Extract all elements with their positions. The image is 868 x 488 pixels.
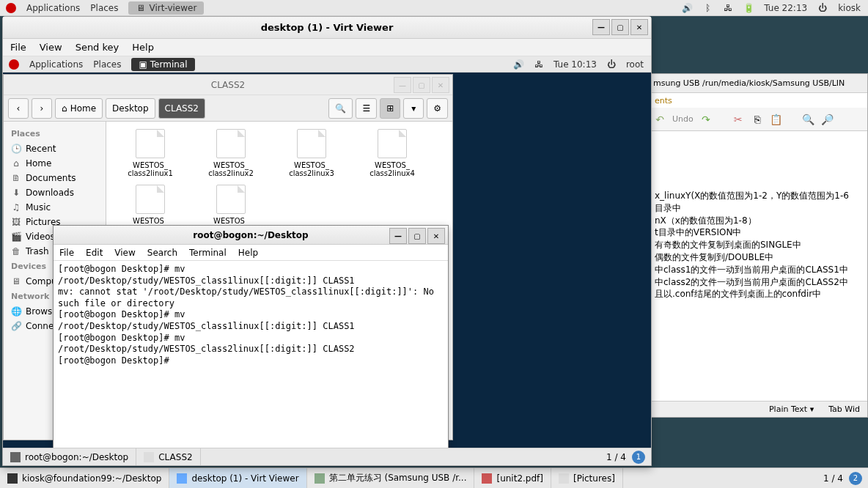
copy-icon[interactable]: ⎘ xyxy=(751,113,764,126)
file-icon xyxy=(378,129,407,158)
view-list-button[interactable]: ☰ xyxy=(356,98,377,119)
path-current[interactable]: CLASS2 xyxy=(158,98,205,119)
virt-guest-display[interactable]: Applications Places ▣ Terminal 🔊 🖧 Tue 1… xyxy=(3,56,651,465)
file-item[interactable]: WESTOS_class2linux1 xyxy=(114,129,187,177)
terminal-body[interactable]: [root@bogon Desktop]# mv /root/Desktop/s… xyxy=(54,261,448,465)
undo-icon[interactable]: ↶ xyxy=(653,113,666,126)
host-clock[interactable]: Tue 22:13 xyxy=(764,3,807,13)
path-home[interactable]: ⌂Home xyxy=(55,98,103,119)
file-item[interactable]: WESTOS_class2linux4 xyxy=(356,129,429,177)
term-menu-file[interactable]: File xyxy=(59,248,74,258)
close-button[interactable]: ✕ xyxy=(630,19,648,35)
terminal-icon xyxy=(7,473,18,484)
term-menu-edit[interactable]: Edit xyxy=(86,248,103,258)
virt-titlebar[interactable]: desktop (1) - Virt Viewer — ▢ ✕ xyxy=(3,17,651,39)
guest-clock[interactable]: Tue 10:13 xyxy=(553,59,597,70)
redhat-icon xyxy=(6,3,16,13)
gedit-statusbar: Plain Text ▾ Tab Wid xyxy=(649,401,867,417)
search-icon[interactable]: 🔍 xyxy=(802,113,815,126)
taskbar-item-files[interactable]: CLASS2 xyxy=(136,448,200,465)
taskbar-item-terminal[interactable]: kiosk@foundation99:~/Desktop xyxy=(0,468,169,488)
cut-icon[interactable]: ✂ xyxy=(732,113,745,126)
battery-icon[interactable]: 🔋 xyxy=(743,3,754,13)
view-grid-button[interactable]: ⊞ xyxy=(380,98,400,119)
guest-applications-menu[interactable]: Applications xyxy=(29,59,83,70)
pdf-icon xyxy=(482,473,492,484)
terminal-titlebar[interactable]: root@bogon:~/Desktop — ▢ ✕ xyxy=(54,226,448,245)
sidebar-item-home[interactable]: ⌂Home xyxy=(4,156,106,171)
file-icon xyxy=(136,129,165,158)
volume-icon[interactable]: 🔊 xyxy=(682,3,692,13)
host-user[interactable]: kiosk xyxy=(838,3,861,13)
virt-menu-sendkey[interactable]: Send key xyxy=(76,42,119,53)
taskbar-item-virtviewer[interactable]: desktop (1) - Virt Viewer xyxy=(169,468,306,488)
sidebar-item-downloads[interactable]: ⬇Downloads xyxy=(4,185,106,200)
virt-menu-file[interactable]: File xyxy=(10,42,26,53)
host-applications-menu[interactable]: Applications xyxy=(26,3,80,13)
bluetooth-icon[interactable]: ᛒ xyxy=(702,3,713,13)
gedit-toolbar: ↶ Undo ↷ ✂ ⎘ 📋 🔍 🔎 xyxy=(649,108,867,131)
gedit-icon xyxy=(315,473,325,484)
virt-menu-help[interactable]: Help xyxy=(132,42,154,53)
sidebar-item-documents[interactable]: 🗎Documents xyxy=(4,171,106,185)
term-menu-view[interactable]: View xyxy=(114,248,135,258)
minimize-button[interactable]: — xyxy=(592,19,610,35)
virt-viewer-window: desktop (1) - Virt Viewer — ▢ ✕ File Vie… xyxy=(2,16,652,466)
file-item[interactable]: WESTOS_class2linux2 xyxy=(194,129,268,177)
taskbar-item-pictures[interactable]: [Pictures] xyxy=(551,468,623,488)
redhat-icon xyxy=(9,59,19,70)
gedit-tab[interactable]: msung USB /run/media/kiosk/Samsung USB/L… xyxy=(649,74,867,93)
minimize-button[interactable]: — xyxy=(394,77,411,93)
close-button[interactable]: ✕ xyxy=(427,228,445,244)
virt-menu-view[interactable]: View xyxy=(40,42,62,53)
file-icon xyxy=(297,129,326,158)
file-item[interactable]: WESTOS_class2linux3 xyxy=(275,129,348,177)
path-desktop[interactable]: Desktop xyxy=(106,98,155,119)
files-toolbar: ‹ › ⌂Home Desktop CLASS2 🔍 ☰ ⊞ ▾ ⚙ xyxy=(4,95,452,122)
forward-button[interactable]: › xyxy=(32,98,52,119)
term-menu-help[interactable]: Help xyxy=(238,248,258,258)
workspace-switcher-icon[interactable]: 2 xyxy=(849,472,862,485)
taskbar-item-terminal[interactable]: root@bogon:~/Desktop xyxy=(3,448,136,465)
workspace-switcher-icon[interactable]: 1 xyxy=(632,451,645,464)
maximize-button[interactable]: ▢ xyxy=(611,19,629,35)
search-button[interactable]: 🔍 xyxy=(328,98,353,119)
file-icon xyxy=(216,185,246,214)
minimize-button[interactable]: — xyxy=(389,228,407,244)
guest-topbar: Applications Places ▣ Terminal 🔊 🖧 Tue 1… xyxy=(3,56,651,73)
sidebar-item-music[interactable]: ♫Music xyxy=(4,200,106,215)
guest-user[interactable]: root xyxy=(626,59,644,70)
network-icon[interactable]: 🖧 xyxy=(534,59,543,70)
term-menu-terminal[interactable]: Terminal xyxy=(189,248,227,258)
term-menu-search[interactable]: Search xyxy=(147,248,177,258)
taskbar-item-pdf[interactable]: [unit2.pdf] xyxy=(474,468,551,488)
host-active-app[interactable]: 🖥 Virt-viewer xyxy=(128,1,204,15)
volume-icon[interactable]: 🔊 xyxy=(513,59,524,70)
terminal-icon: ▣ xyxy=(139,59,147,70)
network-icon[interactable]: 🖧 xyxy=(723,3,733,13)
paste-icon[interactable]: 📋 xyxy=(770,113,783,126)
gedit-filetype[interactable]: Plain Text ▾ xyxy=(769,404,814,414)
guest-places-menu[interactable]: Places xyxy=(93,59,121,70)
gedit-tabwidth[interactable]: Tab Wid xyxy=(828,404,860,414)
user-icon: ⏻ xyxy=(607,59,616,70)
terminal-menubar: File Edit View Search Terminal Help xyxy=(54,245,448,261)
virt-viewer-icon xyxy=(177,473,187,484)
files-icon xyxy=(144,452,154,462)
view-dropdown-button[interactable]: ▾ xyxy=(403,98,424,119)
host-workspace-label: 1 / 4 xyxy=(823,473,843,484)
virt-menubar: File View Send key Help xyxy=(3,39,651,56)
sidebar-item-recent[interactable]: 🕒Recent xyxy=(4,141,106,156)
host-places-menu[interactable]: Places xyxy=(90,3,118,13)
close-button[interactable]: ✕ xyxy=(432,77,449,93)
guest-active-app[interactable]: ▣ Terminal xyxy=(131,58,194,71)
maximize-button[interactable]: ▢ xyxy=(413,77,430,93)
replace-icon[interactable]: 🔎 xyxy=(821,113,834,126)
gedit-content[interactable]: x_linuxY(X的数值范围为1-2，Y的数值范围为1-6 目录中 nX（x的… xyxy=(649,131,867,306)
maximize-button[interactable]: ▢ xyxy=(408,228,426,244)
files-titlebar[interactable]: CLASS2 — ▢ ✕ xyxy=(4,75,452,95)
gear-button[interactable]: ⚙ xyxy=(427,98,448,119)
taskbar-item-gedit[interactable]: 第二单元练习 (Samsung USB /r... xyxy=(307,468,475,488)
back-button[interactable]: ‹ xyxy=(8,98,29,119)
redo-icon[interactable]: ↷ xyxy=(699,113,713,126)
